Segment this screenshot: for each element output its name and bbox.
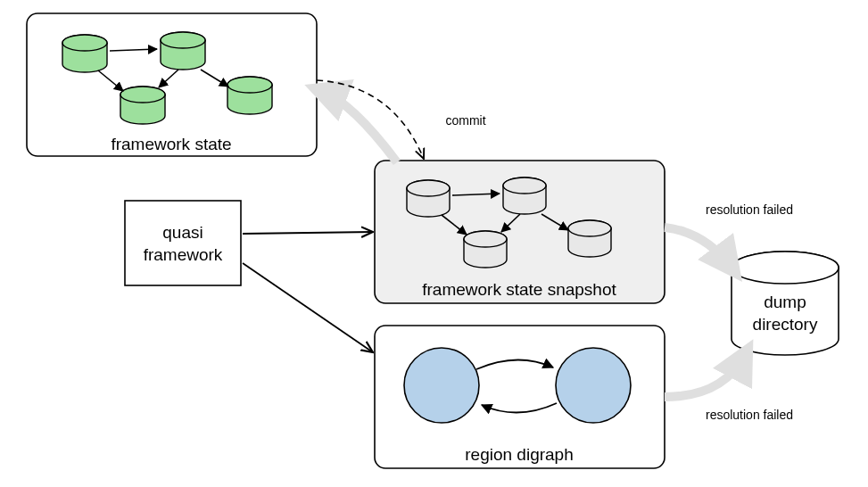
resolution-failed-top-arrow bbox=[665, 227, 732, 268]
cylinder-icon bbox=[62, 35, 107, 72]
svg-point-4 bbox=[161, 32, 205, 48]
quasi-framework-label-2: framework bbox=[144, 245, 223, 264]
circle-icon bbox=[556, 348, 631, 423]
diagram-canvas: framework state quasi framework bbox=[0, 0, 868, 487]
quasi-framework-box: quasi framework bbox=[125, 201, 241, 285]
resolution-failed-bottom-label: resolution failed bbox=[706, 408, 793, 422]
svg-point-16 bbox=[407, 180, 450, 196]
cylinder-icon bbox=[161, 32, 205, 70]
svg-rect-13 bbox=[125, 201, 241, 285]
svg-point-8 bbox=[227, 77, 272, 93]
cylinder-icon bbox=[464, 231, 507, 268]
arrow-quasi-to-digraph bbox=[243, 263, 373, 352]
commit-light-arrow bbox=[321, 91, 397, 162]
cylinder-icon bbox=[503, 177, 546, 214]
dump-directory-label-1: dump bbox=[764, 293, 806, 311]
cylinder-icon bbox=[120, 87, 165, 124]
circle-icon bbox=[404, 348, 479, 423]
svg-point-22 bbox=[568, 220, 611, 236]
arrow-quasi-to-snapshot bbox=[243, 232, 373, 234]
resolution-failed-bottom-arrow bbox=[665, 355, 745, 397]
resolution-failed-top-label: resolution failed bbox=[706, 202, 793, 217]
svg-point-2 bbox=[62, 35, 107, 51]
cylinder-icon bbox=[407, 180, 450, 217]
dump-directory-cylinder: dump directory bbox=[732, 252, 839, 355]
region-digraph-box: region digraph bbox=[375, 326, 665, 468]
svg-point-6 bbox=[120, 87, 165, 103]
framework-state-box: framework state bbox=[27, 13, 317, 156]
cylinder-icon bbox=[568, 220, 611, 257]
svg-point-18 bbox=[503, 177, 546, 194]
region-digraph-label: region digraph bbox=[465, 445, 573, 464]
svg-point-29 bbox=[732, 252, 839, 284]
svg-point-20 bbox=[464, 231, 507, 247]
snapshot-label: framework state snapshot bbox=[422, 280, 616, 299]
commit-label: commit bbox=[445, 113, 485, 128]
dump-directory-label-2: directory bbox=[753, 315, 818, 334]
framework-state-label: framework state bbox=[111, 135, 231, 153]
snapshot-box: framework state snapshot bbox=[375, 161, 665, 303]
quasi-framework-label-1: quasi bbox=[162, 223, 203, 242]
cylinder-icon bbox=[227, 77, 272, 114]
